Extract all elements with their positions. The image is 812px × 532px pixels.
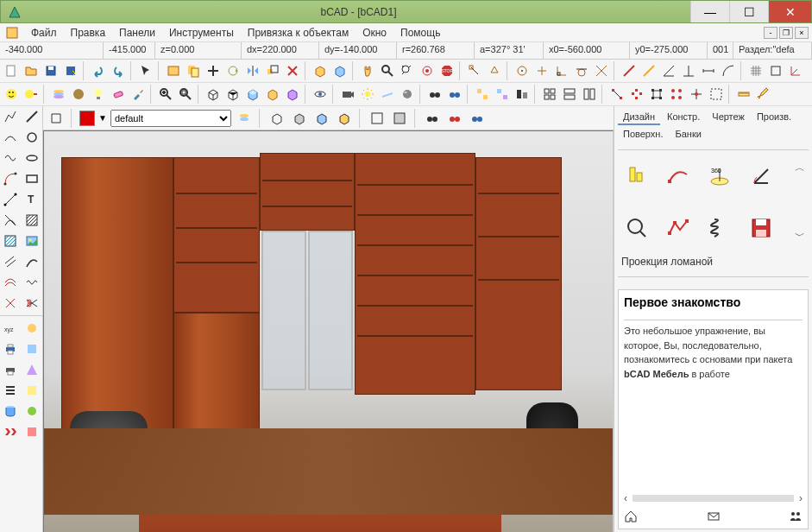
menu-snap[interactable]: Привязка к объектам [241, 24, 356, 41]
vp-box1-icon[interactable] [368, 109, 387, 128]
line-yellow-icon[interactable] [639, 61, 658, 80]
spline-icon[interactable] [1, 149, 20, 168]
box3d-icon[interactable] [311, 61, 330, 80]
delete-icon[interactable] [283, 61, 302, 80]
sphere-icon[interactable] [398, 85, 417, 104]
minimize-button[interactable]: — [690, 1, 729, 22]
menu-tools[interactable]: Инструменты [162, 24, 241, 41]
menu-window[interactable]: Окно [356, 24, 393, 41]
eye-icon[interactable] [311, 85, 330, 104]
home-icon[interactable] [624, 510, 638, 523]
rtool-loop-icon[interactable] [621, 212, 652, 244]
tool-a-icon[interactable] [22, 319, 41, 338]
tab-banks[interactable]: Банки [670, 127, 707, 141]
menu-edit[interactable]: Правка [64, 24, 113, 41]
pencil-icon[interactable] [754, 85, 773, 104]
parallel-icon[interactable] [1, 252, 20, 271]
zoomwin-icon[interactable] [176, 85, 195, 104]
node2-icon[interactable] [627, 85, 646, 104]
tool-f-icon[interactable] [22, 422, 41, 441]
shaded2-icon[interactable] [263, 85, 282, 104]
binoc-icon[interactable] [425, 85, 444, 104]
panel-icon[interactable] [164, 61, 183, 80]
camera-icon[interactable] [338, 85, 357, 104]
menu-file[interactable]: Файл [24, 24, 64, 41]
target-icon[interactable] [418, 61, 437, 80]
snap-center-icon[interactable] [513, 61, 532, 80]
node1-icon[interactable] [607, 85, 626, 104]
rtool-polyedit-icon[interactable] [663, 212, 694, 244]
hatch-icon[interactable] [22, 211, 41, 230]
ellipse-icon[interactable] [22, 149, 41, 168]
vp-box2-icon[interactable] [390, 109, 409, 128]
new-icon[interactable] [2, 61, 21, 80]
align-icon[interactable] [513, 85, 532, 104]
rotate-icon[interactable] [223, 61, 242, 80]
rtool-revolve-icon[interactable]: 360 [704, 161, 735, 192]
snap-node-icon[interactable] [532, 61, 551, 80]
vp-find3-icon[interactable] [468, 109, 487, 128]
vp-find1-icon[interactable] [423, 109, 442, 128]
rtool-path-icon[interactable] [663, 161, 694, 192]
help-prev-icon[interactable]: ‹ [624, 492, 627, 504]
curve-icon[interactable] [22, 252, 41, 271]
circle-icon[interactable] [22, 128, 41, 147]
hidden-icon[interactable] [223, 85, 242, 104]
offset-icon[interactable] [1, 273, 20, 292]
copy-icon[interactable] [184, 61, 203, 80]
tab-design[interactable]: Дизайн [618, 110, 660, 125]
face-arrow-icon[interactable] [22, 85, 41, 104]
zigzag-icon[interactable] [1, 422, 20, 441]
tab-drawing[interactable]: Чертеж [707, 110, 750, 125]
save-icon[interactable] [41, 61, 60, 80]
snap-mid-icon[interactable] [485, 61, 504, 80]
maximize-button[interactable]: ☐ [729, 1, 768, 22]
viewport-3d[interactable] [43, 130, 614, 532]
close-button[interactable]: ✕ [768, 1, 811, 22]
tool-d-icon[interactable] [22, 381, 41, 400]
redo-icon[interactable] [109, 61, 128, 80]
marker-icon[interactable] [47, 109, 66, 128]
open-icon[interactable] [22, 61, 41, 80]
light-icon[interactable] [89, 85, 108, 104]
saveas-icon[interactable] [61, 61, 80, 80]
face-smile-icon[interactable] [2, 85, 21, 104]
mirror-icon[interactable] [243, 61, 262, 80]
scroll-down-icon[interactable]: ﹀ [795, 229, 807, 244]
zoom-icon[interactable] [378, 61, 397, 80]
brush-icon[interactable] [129, 85, 148, 104]
coord-icon[interactable] [786, 61, 805, 80]
scroll-up-icon[interactable]: ︿ [795, 161, 807, 175]
menu-panels[interactable]: Панели [112, 24, 162, 41]
mail-icon[interactable] [707, 510, 721, 523]
grid-icon[interactable] [746, 61, 765, 80]
sun-icon[interactable] [358, 85, 377, 104]
tab-surface[interactable]: Поверхн. [618, 127, 669, 141]
grid1-icon[interactable] [540, 85, 559, 104]
hand-icon[interactable] [358, 61, 377, 80]
layer-dropdown[interactable]: default [110, 110, 231, 127]
box3d2-icon[interactable] [330, 61, 349, 80]
polyline-icon[interactable] [1, 107, 20, 126]
perp-icon[interactable] [679, 61, 698, 80]
line-icon[interactable] [22, 107, 41, 126]
node5-icon[interactable] [687, 85, 706, 104]
print-icon[interactable] [1, 339, 20, 358]
tool-c-icon[interactable] [22, 360, 41, 379]
image-icon[interactable] [22, 231, 41, 250]
angle-icon[interactable] [659, 61, 678, 80]
crossing-icon[interactable] [1, 211, 20, 230]
tab-prod[interactable]: Произв. [752, 110, 796, 125]
material-icon[interactable] [69, 85, 88, 104]
xyz-icon[interactable]: xyz [1, 319, 20, 338]
viewcube3-icon[interactable] [312, 109, 331, 128]
db-icon[interactable] [1, 402, 20, 421]
vp-find2-icon[interactable] [445, 109, 464, 128]
arc3p-icon[interactable] [1, 128, 20, 147]
scale-icon[interactable] [263, 61, 282, 80]
print2-icon[interactable] [1, 360, 20, 379]
plane-icon[interactable] [378, 85, 397, 104]
tool-b-icon[interactable] [22, 339, 41, 358]
rect-icon[interactable] [22, 169, 41, 188]
viewcube1-icon[interactable] [268, 109, 286, 128]
